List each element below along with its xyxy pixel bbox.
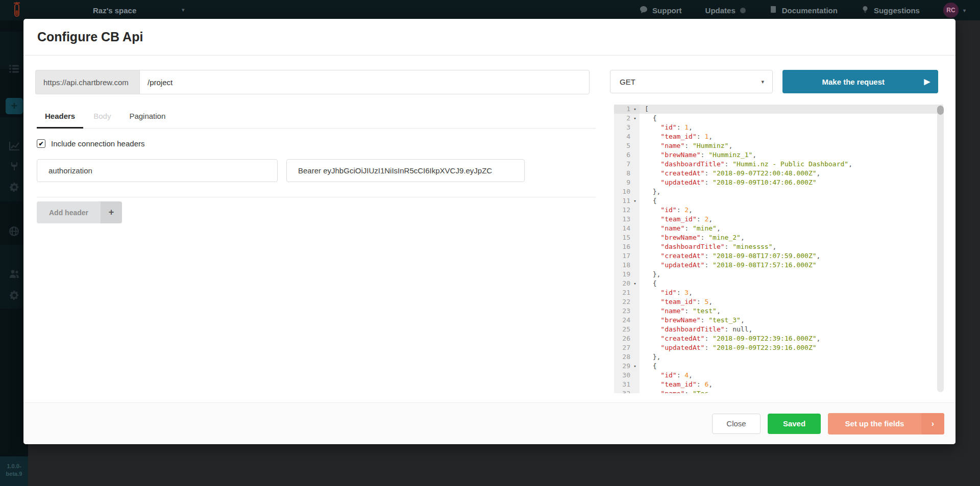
line-number: 20 <box>614 279 630 288</box>
line-number: 19 <box>614 270 630 279</box>
include-headers-label: Include connection headers <box>51 139 144 148</box>
nav-updates[interactable]: Updates <box>705 6 746 15</box>
editor-line: 5 "name": "Humminz", <box>614 141 943 150</box>
fold-caret-icon[interactable]: ▾ <box>630 279 640 288</box>
json-result-editor[interactable]: 1▾[2▾ {3 "id": 1,4 "team_id": 1,5 "name"… <box>614 105 943 393</box>
api-root-label: https://api.chartbrew.com <box>35 70 139 94</box>
editor-line: 10 }, <box>614 187 943 196</box>
method-select[interactable]: GET ▾ <box>610 70 773 93</box>
editor-line: 14 "name": "mine", <box>614 224 943 233</box>
editor-line: 4 "team_id": 1, <box>614 132 943 141</box>
line-number: 23 <box>614 306 630 316</box>
header-value-input[interactable] <box>286 159 525 182</box>
chevron-right-icon: › <box>921 413 944 434</box>
editor-scrollbar-track[interactable] <box>937 106 944 392</box>
plus-icon[interactable]: + <box>101 201 122 223</box>
editor-line: 8 "createdAt": "2018-09-07T22:00:48.000Z… <box>614 169 943 178</box>
setup-fields-button[interactable]: Set up the fields › <box>828 413 944 434</box>
line-number: 6 <box>614 150 630 160</box>
line-number: 16 <box>614 242 630 251</box>
tab-pagination[interactable]: Pagination <box>129 109 165 123</box>
fold-spacer <box>630 141 640 150</box>
add-header-button[interactable]: Add header + <box>37 201 122 223</box>
editor-line: 19 }, <box>614 270 943 279</box>
line-number: 21 <box>614 288 630 297</box>
app-version: 1.0.0- beta.9 <box>0 456 28 486</box>
fold-spacer <box>630 150 640 160</box>
fold-spacer <box>630 343 640 352</box>
team-switcher[interactable]: Raz's space <box>93 0 136 20</box>
fold-caret-icon[interactable]: ▾ <box>630 196 640 206</box>
line-number: 5 <box>614 141 630 150</box>
team-caret-icon: ▾ <box>182 7 185 13</box>
line-number: 1 <box>614 105 630 114</box>
fold-spacer <box>630 178 640 187</box>
fold-caret-icon[interactable]: ▾ <box>630 105 640 114</box>
divider <box>37 197 596 197</box>
line-number: 14 <box>614 224 630 233</box>
fold-spacer <box>630 389 640 393</box>
line-number: 11 <box>614 196 630 206</box>
chat-icon <box>640 6 648 15</box>
line-number: 27 <box>614 343 630 352</box>
editor-line: 32 "name": "Tes <box>614 389 943 393</box>
editor-line: 9 "updatedAt": "2018-09-09T10:47:06.000Z… <box>614 178 943 187</box>
fold-spacer <box>630 325 640 334</box>
json-editor-lines: 1▾[2▾ {3 "id": 1,4 "team_id": 1,5 "name"… <box>614 105 943 393</box>
tab-headers[interactable]: Headers <box>37 109 83 129</box>
team-name: Raz's space <box>93 6 136 15</box>
nav-documentation[interactable]: Documentation <box>769 6 838 15</box>
line-number: 2 <box>614 114 630 123</box>
method-value: GET <box>620 78 635 86</box>
saved-button[interactable]: Saved <box>768 414 821 434</box>
fold-spacer <box>630 160 640 169</box>
fold-caret-icon[interactable]: ▾ <box>630 114 640 123</box>
avatar[interactable]: RC <box>943 3 959 18</box>
fold-spacer <box>630 187 640 196</box>
make-request-label: Make the request <box>782 78 924 86</box>
fold-spacer <box>630 206 640 215</box>
fold-caret-icon[interactable]: ▾ <box>630 362 640 371</box>
fold-spacer <box>630 297 640 306</box>
include-headers-row: ✔ Include connection headers <box>37 139 144 148</box>
tab-body[interactable]: Body <box>93 109 111 123</box>
line-number: 25 <box>614 325 630 334</box>
editor-line: 11▾ { <box>614 196 943 206</box>
fold-spacer <box>630 233 640 242</box>
editor-line: 20▾ { <box>614 279 943 288</box>
nav-suggestions[interactable]: Suggestions <box>861 6 920 15</box>
editor-line: 2▾ { <box>614 114 943 123</box>
include-headers-checkbox[interactable]: ✔ <box>37 139 45 148</box>
api-route-input[interactable] <box>139 70 590 94</box>
fold-spacer <box>630 251 640 261</box>
fold-spacer <box>630 380 640 389</box>
nav-support[interactable]: Support <box>640 6 682 15</box>
fold-spacer <box>630 352 640 362</box>
modal-title: Configure CB Api <box>37 30 143 44</box>
top-navbar: Raz's space ▾ SupportUpdatesDocumentatio… <box>0 0 980 20</box>
nav-label: Updates <box>705 6 736 15</box>
line-number: 18 <box>614 261 630 270</box>
line-number: 13 <box>614 215 630 224</box>
close-button[interactable]: Close <box>712 414 761 434</box>
fold-spacer <box>630 215 640 224</box>
line-number: 10 <box>614 187 630 196</box>
fold-spacer <box>630 306 640 316</box>
line-number: 26 <box>614 334 630 343</box>
configure-api-modal: Configure CB Api https://api.chartbrew.c… <box>23 19 955 444</box>
editor-line: 24 "brewName": "test_3", <box>614 316 943 325</box>
header-key-input[interactable] <box>37 159 278 182</box>
make-request-button[interactable]: Make the request ▶ <box>782 70 938 93</box>
line-number: 22 <box>614 297 630 306</box>
editor-line: 28 }, <box>614 352 943 362</box>
fold-spacer <box>630 316 640 325</box>
line-number: 12 <box>614 206 630 215</box>
lightbulb-icon <box>861 6 869 15</box>
add-chart-icon[interactable]: + <box>6 98 23 114</box>
line-number: 30 <box>614 371 630 380</box>
editor-line: 30 "id": 4, <box>614 371 943 380</box>
editor-scrollbar-thumb[interactable] <box>937 106 944 115</box>
editor-line: 13 "team_id": 2, <box>614 215 943 224</box>
chartbrew-logo-icon[interactable] <box>10 2 23 20</box>
add-header-label: Add header <box>37 201 101 223</box>
